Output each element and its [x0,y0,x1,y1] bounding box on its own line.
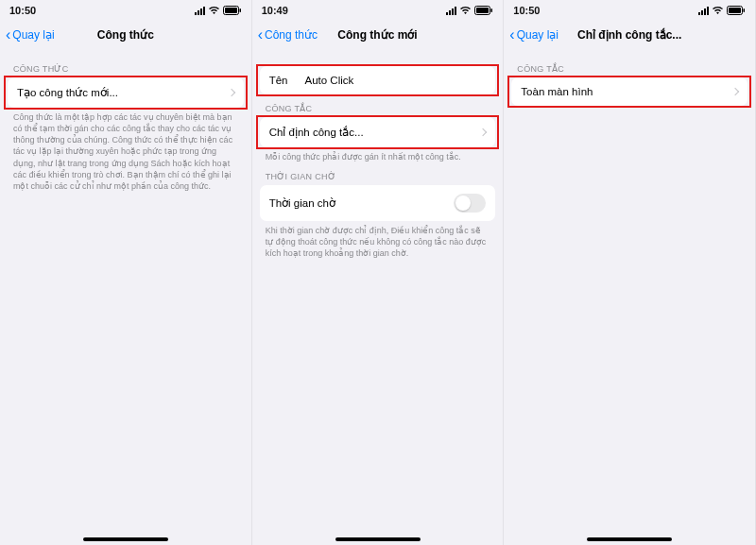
row-assign-switch[interactable]: Chỉ định công tắc... [260,117,496,147]
row-create-recipe[interactable]: Tạo công thức mới... [8,77,244,108]
chevron-left-icon: ‹ [509,27,514,43]
row-label: Toàn màn hình [521,86,593,97]
svg-rect-8 [744,9,746,12]
row-name[interactable]: Tên Auto Click [260,66,496,94]
section-footer-switches: Mỗi công thức phải được gán ít nhất một … [252,147,504,162]
nav-bar: ‹ Quay lại Chỉ định công tắc... [504,21,755,49]
battery-icon [223,6,242,15]
section-footer-timeout: Khi thời gian chờ được chỉ định, Điều kh… [252,221,504,259]
signal-icon [445,7,456,15]
chevron-right-icon [227,89,234,96]
row-fullscreen-wrap: Toàn màn hình [504,77,755,106]
wifi-icon [712,6,724,15]
chevron-left-icon: ‹ [258,27,263,43]
chevron-left-icon: ‹ [6,27,10,43]
name-value: Auto Click [305,75,354,86]
status-time: 10:50 [9,5,36,16]
back-button[interactable]: ‹ Công thức [258,27,318,43]
page-title: Chỉ định công tắc... [577,28,681,42]
status-bar: 10:50 [0,0,251,21]
signal-icon [194,7,205,15]
name-key: Tên [269,75,288,86]
section-header-recipes: CÔNG THỨC [0,55,251,77]
back-label: Quay lại [517,28,558,42]
screen-new-recipe: 10:49 ‹ Công thức Công thức mới Tên Auto… [252,0,505,545]
status-bar: 10:50 [504,0,755,21]
section-header-switches: CÔNG TẮC [252,94,504,117]
chevron-right-icon [479,128,487,136]
battery-icon [474,6,493,15]
back-button[interactable]: ‹ Quay lại [509,27,558,43]
back-label: Quay lại [12,28,54,42]
page-title: Công thức [97,28,154,42]
row-label: Thời gian chờ [269,196,335,210]
section-header-switches: CÔNG TẮC [504,55,755,77]
row-name-wrap: Tên Auto Click [252,66,504,94]
row-label: Chỉ định công tắc... [269,126,364,139]
row-assign-switch-wrap: Chỉ định công tắc... [252,117,504,147]
wifi-icon [459,6,472,15]
status-icons [445,6,493,15]
nav-bar: ‹ Công thức Công thức mới [252,21,504,49]
wifi-icon [208,6,220,15]
chevron-right-icon [731,88,739,95]
svg-rect-1 [225,8,237,13]
status-icons [697,6,746,15]
page-title: Công thức mới [337,28,417,42]
status-icons [194,6,242,15]
content: Tên Auto Click CÔNG TẮC Chỉ định công tắ… [252,49,504,545]
status-time: 10:49 [262,5,288,16]
content: CÔNG TẮC Toàn màn hình [504,49,755,545]
svg-rect-4 [476,8,489,13]
row-label: Tạo công thức mới... [17,86,118,99]
screen-assign-switch: 10:50 ‹ Quay lại Chỉ định công tắc... CÔ… [504,0,756,545]
status-time: 10:50 [513,5,540,16]
back-label: Công thức [265,28,318,42]
battery-icon [727,6,746,15]
nav-bar: ‹ Quay lại Công thức [0,21,251,49]
row-create-recipe-wrap: Tạo công thức mới... [0,77,251,108]
home-indicator[interactable] [335,537,421,541]
section-header-timeout: THỜI GIAN CHỜ [252,162,504,185]
section-footer-recipes: Công thức là một tập hợp các tác vụ chuy… [0,108,251,192]
row-fullscreen[interactable]: Toàn màn hình [511,77,747,106]
home-indicator[interactable] [587,537,672,541]
status-bar: 10:49 [252,0,504,21]
svg-rect-2 [239,9,241,12]
content: CÔNG THỨC Tạo công thức mới... Công thức… [0,49,251,545]
svg-rect-7 [729,8,741,13]
row-timeout-wrap: Thời gian chờ [252,185,504,221]
row-timeout[interactable]: Thời gian chờ [260,185,496,221]
home-indicator[interactable] [83,537,168,541]
screen-recipes: 10:50 ‹ Quay lại Công thức CÔNG THỨC Tạo… [0,0,252,545]
timeout-toggle[interactable] [454,194,486,213]
signal-icon [697,7,709,15]
back-button[interactable]: ‹ Quay lại [6,27,55,43]
svg-rect-5 [491,9,493,12]
